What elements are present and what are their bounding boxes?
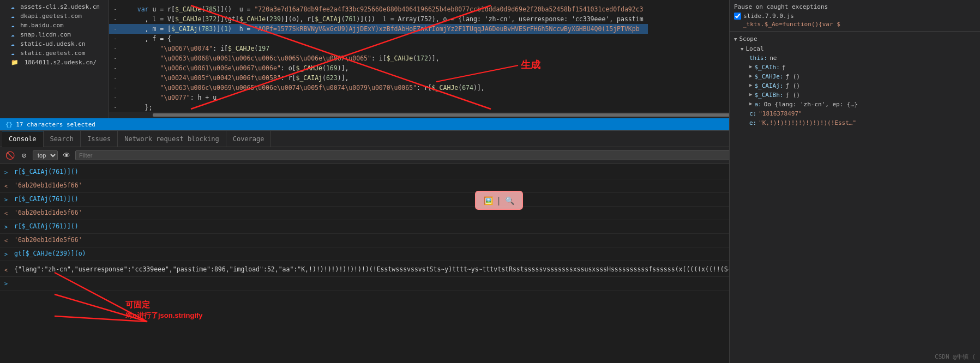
folder-icon: 📁 — [11, 59, 19, 66]
arrow-right-icon: > — [4, 168, 12, 178]
network-item-static-geetest[interactable]: ☁ static.geetest.com — [0, 49, 109, 58]
code-line: - "\u0063\u006c\u0069\u0065\u006e\u0074\… — [109, 83, 648, 93]
code-line: - }; — [109, 102, 648, 112]
network-item-assets[interactable]: ☁ assets-cli.s2.udesk.cn — [0, 2, 109, 11]
network-item-label: assets-cli.s2.udesk.cn — [20, 3, 100, 10]
tab-search[interactable]: Search — [44, 131, 81, 147]
divider-icon: | — [496, 195, 502, 205]
search-icon: 🔍 — [505, 196, 514, 205]
tab-network-blocking[interactable]: Network request blocking — [118, 131, 226, 147]
tab-label: Network request blocking — [124, 135, 219, 143]
file-name: slide.7.9.0.js — [743, 13, 794, 20]
triangle-icon[interactable]: ▶ — [749, 92, 752, 99]
scope-val: Oo {lang: 'zh-cn', ep: {…} — [764, 101, 858, 108]
code-line: - "\u006c\u0061\u006e\u0067\u006e": o[$_… — [109, 63, 648, 73]
prompt-arrow: > — [4, 279, 12, 289]
scope-item-c: c: "1816378497" — [749, 109, 976, 118]
network-item-dkapi[interactable]: ☁ dkapi.geetest.com — [0, 11, 109, 21]
eye-icon[interactable]: 👁 — [61, 150, 72, 161]
tab-console[interactable]: Console — [2, 131, 44, 147]
scope-item-this: this: ne — [749, 53, 976, 63]
scope-item-a[interactable]: ▶ a: Oo {lang: 'zh-cn', ep: {…} — [749, 100, 976, 109]
tab-label: Issues — [87, 135, 111, 143]
file-checkbox[interactable] — [734, 13, 741, 20]
scope-val: ne — [769, 55, 777, 62]
scope-key: $_CAIBh: — [754, 92, 783, 99]
svg-line-5 — [55, 316, 147, 322]
network-item-label: hm.baidu.com — [20, 22, 63, 29]
scope-key: $_CAHJe: — [754, 73, 783, 80]
arrow-left-icon: < — [4, 236, 12, 246]
triangle-icon[interactable]: ▶ — [749, 64, 752, 71]
network-item-hm[interactable]: ☁ hm.baidu.com — [0, 21, 109, 30]
local-header: ▼ Local — [741, 44, 976, 53]
context-selector[interactable]: top — [33, 150, 58, 160]
pause-row: Pause on caught exceptions — [734, 3, 976, 10]
tab-label: Console — [9, 135, 37, 143]
main-container: ☁ assets-cli.s2.udesk.cn ☁ dkapi.geetest… — [0, 0, 980, 363]
scope-item-caih[interactable]: ▶ $_CAIh: ƒ — [749, 63, 976, 72]
scope-key: $_CAIh: — [754, 64, 779, 71]
scope-item-caiaj[interactable]: ▶ $_CAIAj: ƒ () — [749, 81, 976, 90]
file-row: slide.7.9.0.js — [734, 13, 976, 20]
scope-label: Scope — [739, 35, 757, 43]
network-item-snap[interactable]: ☁ snap.licdn.com — [0, 30, 109, 39]
right-panel: Pause on caught exceptions slide.7.9.0.j… — [729, 0, 980, 363]
network-item-label: 1864011.s2.udesk.cn/ — [25, 59, 97, 66]
code-line: - var u = r[$_CAHJe(785)]() u = "720a3e7… — [109, 4, 648, 14]
arrow-right-icon: > — [4, 195, 12, 205]
image-icon: 🖼️ — [484, 196, 493, 205]
scope-item-caibh[interactable]: ▶ $_CAIBh: ƒ () — [749, 90, 976, 100]
scope-key: $_CAIAj: — [754, 82, 783, 89]
scope-items: this: ne ▶ $_CAIh: ƒ ▶ $_CAHJe: ƒ () ▶ — [741, 53, 976, 128]
network-item-label: snap.licdn.com — [20, 31, 71, 38]
triangle-icon[interactable]: ▼ — [734, 37, 737, 42]
code-line: - "\u0063\u0068\u0061\u006c\u006c\u0065\… — [109, 53, 648, 63]
curly-braces-icon: {} — [5, 121, 13, 128]
scope-val: ƒ — [782, 64, 786, 71]
image-overlay[interactable]: 🖼️ | 🔍 — [475, 191, 523, 210]
code-area[interactable]: - var u = r[$_CAHJe(785)]() u = "720a3e7… — [109, 0, 648, 118]
scope-val: "1816378497" — [759, 110, 802, 117]
scope-key: c: — [749, 110, 756, 117]
clear-console-button[interactable]: 🚫 — [4, 150, 15, 161]
triangle-icon[interactable]: ▼ — [741, 46, 743, 52]
code-line: - "\u0067\u0074": i[$_CAHJe(197 — [109, 44, 648, 53]
annotation-json: 对o进行了json.stringify — [125, 311, 203, 319]
triangle-icon[interactable]: ▶ — [749, 101, 752, 108]
arrow-left-icon: < — [4, 209, 12, 219]
tab-issues[interactable]: Issues — [81, 131, 118, 147]
scope-header: ▼ Scope — [734, 34, 976, 44]
tab-label: Search — [50, 135, 74, 143]
function-label: _tkts.$_Ao=function(){var $ — [734, 21, 976, 28]
scope-val: "K,!)!)!)!)!)!)!)!)(!Esst…" — [759, 119, 856, 126]
scope-local: ▼ Local this: ne ▶ $_CAIh: ƒ ▶ — [734, 44, 976, 128]
local-label: Local — [745, 45, 763, 52]
scope-val: ƒ () — [785, 92, 800, 99]
network-item-1864011[interactable]: 📁 1864011.s2.udesk.cn/ — [0, 58, 109, 67]
scope-val: ƒ () — [785, 82, 800, 89]
scope-section: ▼ Scope ▼ Local this: ne ▶ $_CAIh: — [730, 32, 980, 130]
scope-item-cahje[interactable]: ▶ $_CAHJe: ƒ () — [749, 72, 976, 81]
network-item-label: static-ud.udesk.cn — [20, 40, 85, 47]
cloud-icon: ☁ — [11, 13, 15, 20]
code-line: - "\u0024\u005f\u0042\u006f\u0058": r[$_… — [109, 73, 648, 83]
triangle-icon[interactable]: ▶ — [749, 73, 752, 80]
arrow-right-icon: > — [4, 222, 12, 232]
arrow-left-icon: < — [4, 182, 12, 191]
cloud-icon: ☁ — [11, 50, 15, 57]
scope-item-e: e: "K,!)!)!)!)!)!)!)!)(!Esst…" — [749, 118, 976, 128]
pause-label: Pause on caught exceptions — [734, 3, 828, 10]
cloud-icon: ☁ — [11, 40, 15, 47]
scope-key: a: — [754, 101, 761, 108]
tab-coverage[interactable]: Coverage — [226, 131, 272, 147]
network-item-static-ud[interactable]: ☁ static-ud.udesk.cn — [0, 39, 109, 49]
code-line: - , f = { — [109, 34, 648, 44]
function-text: _tkts.$_Ao=function(){var $ — [743, 21, 840, 28]
triangle-icon[interactable]: ▶ — [749, 82, 752, 89]
filter-icon[interactable]: ⊘ — [19, 150, 29, 161]
code-line: - , l = V[$_CAHJe(372)](gt[$_CAHJe(239)]… — [109, 14, 648, 24]
tab-label: Coverage — [233, 135, 264, 143]
network-item-label: dkapi.geetest.com — [20, 13, 82, 20]
scope-val: ƒ () — [785, 73, 800, 80]
